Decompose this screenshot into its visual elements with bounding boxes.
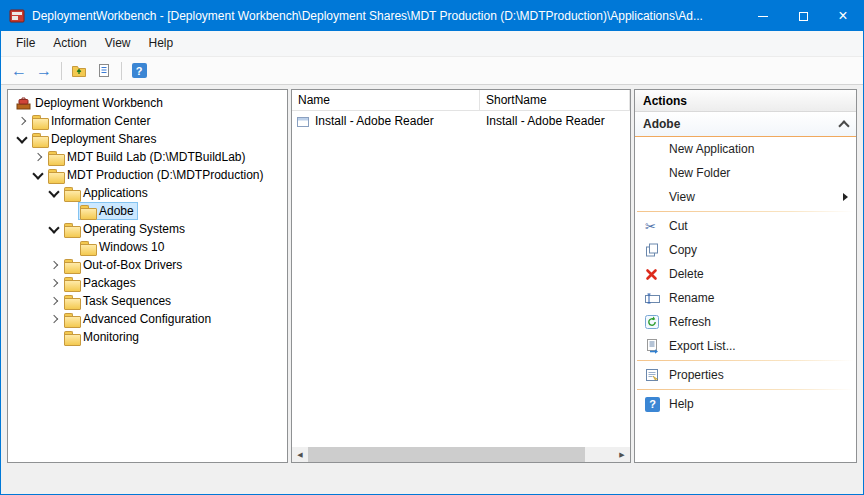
back-button[interactable]: ←: [8, 60, 30, 82]
column-header-shortname[interactable]: ShortName: [480, 90, 630, 110]
scroll-right-arrow[interactable]: ▶: [614, 447, 630, 462]
chevron-right-icon[interactable]: [46, 275, 62, 291]
actions-group-separator: [637, 389, 854, 390]
chevron-right-icon[interactable]: [46, 293, 62, 309]
action-new-application[interactable]: New Application: [635, 137, 856, 161]
chevron-none: [62, 203, 78, 219]
tree-item-mdt-production[interactable]: MDT Production (D:\MDTProduction): [8, 166, 287, 184]
list-header: Name ShortName: [292, 90, 630, 111]
menu-action[interactable]: Action: [44, 31, 95, 56]
tree-item-out-of-box-drivers[interactable]: Out-of-Box Drivers: [8, 256, 287, 274]
tree-item-mdt-build-lab[interactable]: MDT Build Lab (D:\MDTBuildLab): [8, 148, 287, 166]
application-icon: [296, 114, 310, 128]
export-list-button[interactable]: [93, 60, 115, 82]
menu-help[interactable]: Help: [140, 31, 183, 56]
action-refresh[interactable]: Refresh: [635, 310, 856, 334]
tree-item-label: Packages: [83, 276, 136, 290]
action-new-folder[interactable]: New Folder: [635, 161, 856, 185]
rename-icon: [645, 292, 660, 305]
tree-item-label: Deployment Workbench: [35, 96, 163, 110]
action-properties[interactable]: Properties: [635, 363, 856, 387]
action-label: New Application: [669, 142, 754, 156]
tree-item-deployment-workbench[interactable]: Deployment Workbench: [8, 94, 287, 112]
export-list-icon: [96, 63, 112, 79]
collapse-section-icon[interactable]: [838, 120, 849, 131]
forward-icon: →: [36, 61, 52, 81]
tree-item-label: Information Center: [51, 114, 150, 128]
folder-icon: [64, 295, 79, 308]
column-header-name[interactable]: Name: [292, 90, 480, 110]
submenu-arrow-icon: [843, 193, 848, 201]
tree-item-applications[interactable]: Applications: [8, 184, 287, 202]
maximize-button[interactable]: [783, 1, 823, 31]
tree-item-monitoring[interactable]: Monitoring: [8, 328, 287, 346]
chevron-down-icon[interactable]: [46, 221, 62, 237]
chevron-right-icon[interactable]: [46, 311, 62, 327]
tree-item-label: Operating Systems: [83, 222, 185, 236]
actions-section-adobe[interactable]: Adobe: [635, 112, 856, 137]
scroll-left-arrow[interactable]: ◀: [292, 447, 308, 462]
chevron-down-icon[interactable]: [14, 131, 30, 147]
close-button[interactable]: [823, 1, 863, 31]
tree-item-label: Advanced Configuration: [83, 312, 211, 326]
refresh-icon: [645, 315, 659, 329]
properties-icon: [645, 368, 659, 382]
actions-pane: Actions Adobe New Application New Folder…: [634, 89, 857, 463]
actions-section-label: Adobe: [643, 117, 680, 131]
maximize-icon: [799, 12, 808, 21]
folder-icon: [32, 133, 47, 146]
chevron-right-icon[interactable]: [46, 257, 62, 273]
chevron-down-icon[interactable]: [46, 185, 62, 201]
action-copy[interactable]: Copy: [635, 238, 856, 262]
tree-item-deployment-shares[interactable]: Deployment Shares: [8, 130, 287, 148]
action-cut[interactable]: ✂ Cut: [635, 214, 856, 238]
tree-item-operating-systems[interactable]: Operating Systems: [8, 220, 287, 238]
workbench-icon: [16, 96, 31, 111]
folder-icon: [80, 241, 95, 254]
list-cell-shortname: Install - Adobe Reader: [480, 114, 630, 128]
tree-item-packages[interactable]: Packages: [8, 274, 287, 292]
title-bar[interactable]: DeploymentWorkbench - [Deployment Workbe…: [1, 1, 863, 31]
tree-item-information-center[interactable]: Information Center: [8, 112, 287, 130]
action-label: Refresh: [669, 315, 711, 329]
scrollbar-thumb[interactable]: [308, 447, 585, 462]
tree-item-label: Adobe: [99, 204, 134, 218]
chevron-down-icon[interactable]: [30, 167, 46, 183]
up-one-level-button[interactable]: [68, 60, 90, 82]
action-rename[interactable]: Rename: [635, 286, 856, 310]
tree-item-windows-10[interactable]: Windows 10: [8, 238, 287, 256]
folder-icon: [64, 277, 79, 290]
tree-item-adobe[interactable]: Adobe: [8, 202, 287, 220]
actions-pane-title: Actions: [635, 90, 856, 112]
status-area: [1, 463, 863, 494]
minimize-icon: [758, 16, 768, 17]
action-export-list[interactable]: Export List...: [635, 334, 856, 358]
tree-item-advanced-configuration[interactable]: Advanced Configuration: [8, 310, 287, 328]
chevron-none: [46, 329, 62, 345]
tree-item-label: Deployment Shares: [51, 132, 156, 146]
forward-button[interactable]: →: [33, 60, 55, 82]
folder-icon: [48, 169, 63, 182]
list-item-install-adobe-reader[interactable]: Install - Adobe Reader Install - Adobe R…: [292, 111, 630, 130]
action-view[interactable]: View: [635, 185, 856, 209]
help-button[interactable]: [128, 60, 150, 82]
folder-icon: [64, 259, 79, 272]
toolbar-separator: [61, 62, 62, 80]
folder-icon: [80, 205, 95, 218]
menu-file[interactable]: File: [7, 31, 44, 56]
action-label: Cut: [669, 219, 688, 233]
horizontal-scrollbar[interactable]: ◀ ▶: [292, 447, 630, 462]
tree-item-label: MDT Production (D:\MDTProduction): [67, 168, 264, 182]
close-icon: [838, 8, 847, 24]
menu-bar: File Action View Help: [1, 31, 863, 57]
minimize-button[interactable]: [743, 1, 783, 31]
action-label: New Folder: [669, 166, 730, 180]
tree-item-task-sequences[interactable]: Task Sequences: [8, 292, 287, 310]
action-help[interactable]: Help: [635, 392, 856, 416]
chevron-right-icon[interactable]: [30, 149, 46, 165]
action-delete[interactable]: Delete: [635, 262, 856, 286]
chevron-right-icon[interactable]: [14, 113, 30, 129]
results-pane: Name ShortName Install - Adobe Reader In…: [291, 89, 631, 463]
action-label: Copy: [669, 243, 697, 257]
menu-view[interactable]: View: [96, 31, 140, 56]
